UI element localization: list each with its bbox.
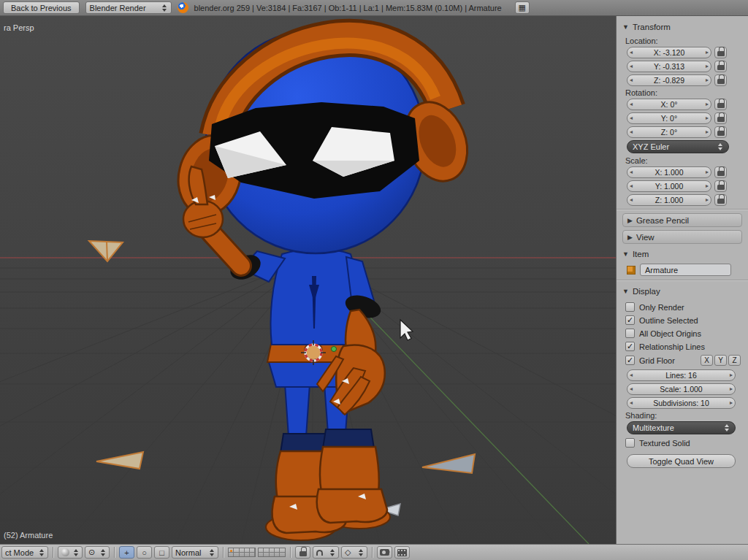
rotation-y-lock-button[interactable] — [714, 112, 727, 124]
active-object-label: (52) Armature — [4, 531, 53, 540]
lock-icon — [717, 196, 725, 204]
grid-floor-checkbox[interactable] — [625, 356, 635, 365]
increment-icon[interactable]: ▸ — [730, 386, 733, 392]
mode-value: ct Mode — [5, 548, 34, 557]
outline-selected-checkbox[interactable] — [625, 315, 635, 325]
toggle-quad-view-button[interactable]: Toggle Quad View — [627, 454, 736, 468]
panel-header-grease-pencil[interactable]: ▶ Grease Pencil — [622, 213, 742, 227]
grid-lines-value: Lines: 16 — [633, 371, 730, 380]
increment-icon[interactable]: ▸ — [706, 64, 709, 69]
shading-sphere-icon — [61, 548, 69, 556]
location-x-field[interactable]: ◂ X: -3.120 ▸ — [627, 47, 711, 58]
separator — [372, 547, 373, 558]
grid-lines-field[interactable]: ◂ Lines: 16 ▸ — [627, 369, 736, 381]
increment-icon[interactable]: ▸ — [706, 183, 709, 189]
rotation-x-field[interactable]: ◂ X: 0° ▸ — [627, 99, 711, 110]
rotation-z-lock-button[interactable] — [714, 126, 727, 138]
location-z-lock-button[interactable] — [714, 74, 727, 86]
render-engine-value: Blender Render — [90, 4, 146, 12]
snap-element-icon: ◇ — [345, 548, 351, 557]
panel-title: Item — [633, 250, 649, 258]
render-engine-select[interactable]: Blender Render — [85, 1, 172, 14]
scale-z-value: Z: 1.000 — [633, 196, 706, 204]
only-render-checkbox[interactable] — [625, 302, 635, 312]
axis-y-toggle[interactable]: Y — [714, 355, 727, 366]
increment-icon[interactable]: ▸ — [706, 101, 709, 107]
location-x-lock-button[interactable] — [714, 47, 727, 58]
object-name-field[interactable]: Armature — [640, 264, 731, 276]
rotation-x-lock-button[interactable] — [714, 99, 727, 110]
grid-subdivisions-field[interactable]: ◂ Subdivisions: 10 ▸ — [627, 397, 736, 409]
scene-statistics: blender.org 259 | Ve:3184 | Fa:3167 | Ob… — [194, 4, 502, 12]
increment-icon[interactable]: ▸ — [730, 400, 733, 406]
blender-logo-icon — [178, 2, 188, 13]
separator — [53, 547, 53, 558]
increment-icon[interactable]: ▸ — [706, 169, 709, 175]
rotation-label: Rotation: — [625, 88, 742, 97]
viewport-shading-select[interactable] — [58, 546, 83, 559]
panel-header-view[interactable]: ▶ View — [622, 230, 742, 244]
grid-scale-field[interactable]: ◂ Scale: 1.000 ▸ — [627, 383, 736, 395]
scale-y-lock-button[interactable] — [714, 180, 727, 192]
textured-solid-label: Textured Solid — [639, 439, 690, 448]
scale-x-field[interactable]: ◂ X: 1.000 ▸ — [627, 166, 711, 178]
location-x-value: X: -3.120 — [633, 48, 706, 57]
back-to-previous-button[interactable]: Back to Previous — [3, 1, 80, 14]
dropdown-arrows-icon — [329, 549, 335, 556]
increment-icon[interactable]: ▸ — [706, 197, 709, 203]
viewport-canvas — [0, 16, 616, 544]
transform-orientation-select[interactable]: Normal — [172, 546, 218, 559]
panel-header-item[interactable]: ▼ Item — [622, 247, 742, 261]
object-origin-dot — [332, 347, 337, 352]
panel-header-transform[interactable]: ▼ Transform — [622, 20, 742, 34]
shading-mode-select[interactable]: Multitexture — [627, 421, 736, 434]
increment-icon[interactable]: ▸ — [706, 50, 709, 55]
all-object-origins-checkbox[interactable] — [625, 329, 635, 338]
scale-x-lock-button[interactable] — [714, 166, 727, 178]
render-opengl-anim-button[interactable] — [394, 546, 410, 559]
layer-grid-right[interactable] — [258, 548, 286, 557]
textured-solid-checkbox[interactable] — [625, 438, 635, 448]
increment-icon[interactable]: ▸ — [706, 129, 709, 135]
location-y-lock-button[interactable] — [714, 61, 727, 72]
rotation-z-field[interactable]: ◂ Z: 0° ▸ — [627, 126, 711, 138]
location-y-value: Y: -0.313 — [633, 62, 706, 71]
active-layer-dot — [230, 550, 232, 552]
manipulator-rotate-button[interactable]: ○ — [137, 546, 152, 559]
rotation-y-field[interactable]: ◂ Y: 0° ▸ — [627, 112, 711, 124]
collapse-icon: ▶ — [627, 234, 633, 241]
increment-icon[interactable]: ▸ — [706, 115, 709, 121]
mode-select[interactable]: ct Mode — [1, 546, 48, 559]
dropdown-arrows-icon — [209, 549, 215, 556]
increment-icon[interactable]: ▸ — [730, 372, 733, 378]
rotation-mode-select[interactable]: XYZ Euler — [627, 140, 729, 153]
pivot-point-select[interactable]: ⊙ — [85, 546, 110, 559]
location-y-field[interactable]: ◂ Y: -0.313 ▸ — [627, 61, 711, 72]
scale-y-field[interactable]: ◂ Y: 1.000 ▸ — [627, 180, 711, 192]
lock-icon — [717, 101, 725, 108]
snap-element-select[interactable]: ◇ — [341, 546, 367, 559]
render-opengl-button[interactable] — [377, 546, 392, 559]
axis-z-toggle[interactable]: Z — [728, 355, 741, 366]
lock-to-scene-button[interactable] — [295, 546, 310, 559]
dropdown-arrows-icon — [161, 4, 167, 12]
scale-z-lock-button[interactable] — [714, 194, 727, 206]
scale-y-value: Y: 1.000 — [633, 182, 706, 191]
scale-z-field[interactable]: ◂ Z: 1.000 ▸ — [627, 194, 711, 206]
only-render-label: Only Render — [639, 303, 684, 312]
grid-subdivisions-value: Subdivisions: 10 — [633, 399, 730, 407]
manipulator-scale-button[interactable]: □ — [154, 546, 169, 559]
manipulator-translate-button[interactable]: + — [119, 546, 134, 559]
location-z-field[interactable]: ◂ Z: -0.829 ▸ — [627, 74, 711, 86]
separator — [290, 547, 291, 558]
lock-icon — [717, 49, 725, 56]
screen-layout-icon[interactable]: ▦ — [515, 1, 530, 14]
relationship-lines-checkbox[interactable] — [625, 342, 635, 351]
axis-x-toggle[interactable]: X — [701, 355, 713, 366]
lock-icon — [717, 183, 725, 190]
increment-icon[interactable]: ▸ — [706, 77, 709, 83]
panel-header-display[interactable]: ▼ Display — [622, 284, 742, 299]
3d-viewport[interactable]: ra Persp (52) Armature — [0, 16, 616, 544]
snap-select[interactable] — [313, 546, 339, 559]
layer-grid-left[interactable] — [228, 548, 256, 557]
